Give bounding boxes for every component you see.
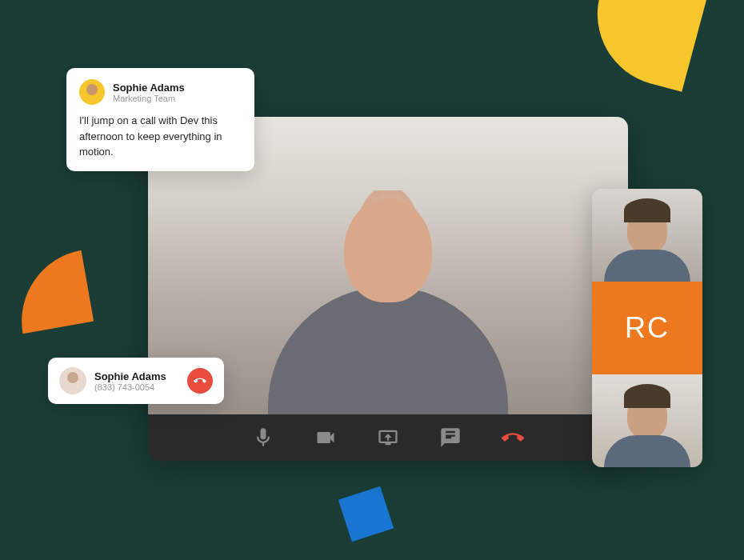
chat-message-card: Sophie Adams Marketing Team I'll jump on… [66,68,254,171]
participant-video [627,205,667,253]
participant-video [627,390,667,438]
call-control-bar [148,414,628,461]
chat-sender-subtitle: Marketing Team [113,94,185,103]
participant-tile[interactable] [592,374,702,467]
avatar [79,79,105,105]
participants-panel: RC [592,189,702,467]
end-call-button[interactable] [187,368,213,394]
phone-hangup-icon [194,374,206,387]
speaker-video [292,190,484,414]
chat-icon[interactable] [439,426,462,449]
decorative-shape-yellow [582,0,707,92]
screen-share-icon[interactable] [377,426,399,449]
decorative-shape-blue [338,486,394,542]
participant-initials: RC [625,311,670,345]
avatar [59,367,86,394]
decorative-shape-orange [10,250,94,334]
participant-tile[interactable] [592,189,702,282]
incoming-call-card: Sophie Adams (833) 743-0054 [48,358,224,404]
chat-message-body: I'll jump on a call with Dev this aftern… [79,113,242,160]
video-camera-icon[interactable] [314,426,337,449]
caller-phone: (833) 743-0054 [94,382,179,392]
end-call-icon[interactable] [502,426,524,449]
chat-header: Sophie Adams Marketing Team [79,79,242,105]
caller-name: Sophie Adams [94,370,179,382]
chat-sender-name: Sophie Adams [113,82,185,94]
microphone-icon[interactable] [252,426,274,449]
participant-tile-initials[interactable]: RC [592,282,702,374]
